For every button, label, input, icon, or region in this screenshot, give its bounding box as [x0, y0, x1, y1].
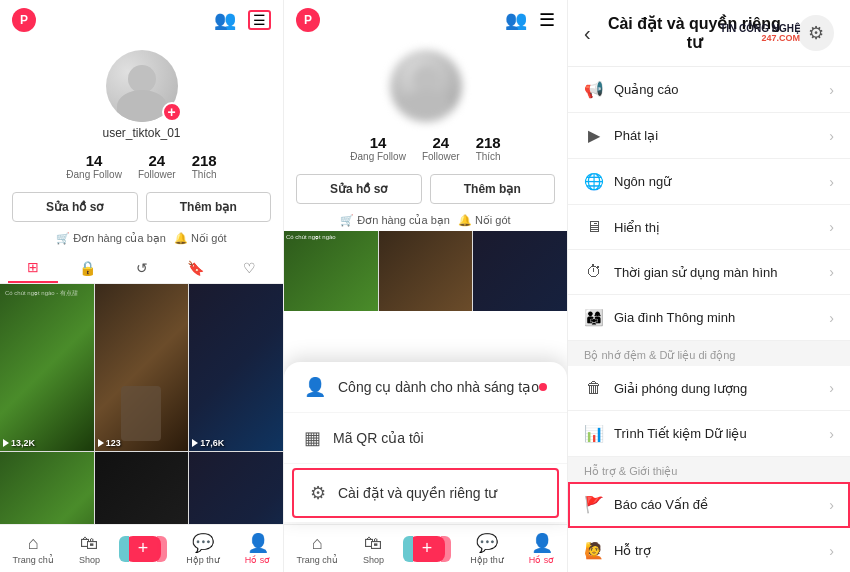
person-add-icon[interactable]: 👥 — [214, 9, 236, 31]
tab-bookmark[interactable]: 🔖 — [171, 253, 221, 283]
brand-logo-circle: ⚙ — [798, 15, 834, 51]
bottom-nav-mid: ⌂ Trang chủ 🛍 Shop + 💬 Hộp thư 👤 Hồ sơ — [284, 524, 567, 572]
nav-profile[interactable]: 👤 Hồ sơ — [245, 532, 271, 565]
mid-profile-header: P 👥 ☰ — [284, 0, 567, 40]
add-button[interactable]: + — [125, 536, 161, 562]
nav-add[interactable]: + — [125, 536, 161, 562]
username-label: user_tiktok_01 — [102, 126, 180, 140]
settings-item-data-saver[interactable]: 📊 Trình Tiết kiệm Dữ liệu › — [568, 411, 850, 457]
mid-nav-inbox: 💬 Hộp thư — [470, 532, 504, 565]
chevron-language: › — [829, 174, 834, 190]
header-icons: 👥 ☰ — [214, 9, 271, 31]
shop-icon: 🛍 — [80, 533, 98, 554]
chevron-display: › — [829, 219, 834, 235]
screen-time-icon: ⏱ — [584, 263, 604, 281]
overlay-menu: 👤 Công cụ dành cho nhà sáng tạo ▦ Mã QR … — [284, 362, 567, 522]
language-icon: 🌐 — [584, 172, 604, 191]
chevron-screen-time: › — [829, 264, 834, 280]
mid-orders-link: 🛒 Đơn hàng của bạn — [340, 214, 450, 227]
menu-item-settings[interactable]: ⚙ Cài đặt và quyền riêng tư — [292, 468, 559, 518]
settings-item-free-storage[interactable]: 🗑 Giải phóng dung lượng › — [568, 366, 850, 411]
back-button[interactable]: ‹ — [584, 22, 591, 45]
nav-shop[interactable]: 🛍 Shop — [79, 533, 100, 565]
settings-item-ads-left: 📢 Quảng cáo — [584, 80, 678, 99]
mid-header-icons: 👥 ☰ — [505, 9, 555, 31]
video-thumb-2[interactable]: 123 — [95, 284, 189, 451]
profile-icon: 👤 — [247, 532, 269, 554]
menu-item-creator-tools[interactable]: 👤 Công cụ dành cho nhà sáng tạo — [284, 362, 567, 413]
settings-item-family[interactable]: 👨‍👩‍👧 Gia đình Thông minh › — [568, 295, 850, 341]
replay-icon: ▶ — [584, 126, 604, 145]
video-count-2: 123 — [98, 438, 121, 448]
settings-item-support[interactable]: 🙋 Hỗ trợ › — [568, 528, 850, 572]
mid-app-logo: P — [296, 8, 320, 32]
action-row: Sửa hồ sơ Thêm bạn — [0, 186, 283, 228]
video-thumb-3[interactable]: 17,6K — [189, 284, 283, 451]
orders-link[interactable]: 🛒 Đơn hàng của bạn — [56, 232, 166, 245]
chevron-storage: › — [829, 380, 834, 396]
mid-person-add-icon: 👥 — [505, 9, 527, 31]
nav-inbox[interactable]: 💬 Hộp thư — [186, 532, 220, 565]
stat-follower: 24 Follower — [138, 152, 176, 180]
settings-item-display[interactable]: 🖥 Hiển thị › — [568, 205, 850, 250]
panel-left: P 👥 ☰ + user_tiktok_01 14 Đang Follow 24… — [0, 0, 284, 572]
video-count-1: 13,2K — [3, 438, 35, 448]
menu-item-qr[interactable]: ▦ Mã QR của tôi — [284, 413, 567, 464]
settings-item-screen-time[interactable]: ⏱ Thời gian sử dụng màn hình › — [568, 250, 850, 295]
stat-likes: 218 Thích — [192, 152, 217, 180]
settings-item-report[interactable]: 🚩 Báo cáo Vấn đề › — [568, 482, 850, 528]
nav-home[interactable]: ⌂ Trang chủ — [13, 533, 54, 565]
likes-count: 218 — [192, 152, 217, 169]
link-row: 🛒 Đơn hàng của bạn 🔔 Nối gót — [0, 228, 283, 249]
storage-icon: 🗑 — [584, 379, 604, 397]
video-thumb-1[interactable]: Có chút ngọt ngào - 有点甜 13,2K — [0, 284, 94, 451]
section-divider-support: Hỗ trợ & Giới thiệu — [568, 457, 850, 482]
inbox-icon: 💬 — [192, 532, 214, 554]
home-icon: ⌂ — [28, 533, 39, 554]
avatar-plus-button[interactable]: + — [162, 102, 182, 122]
mid-stat-likes: 218 Thích — [476, 134, 501, 162]
stats-row: 14 Đang Follow 24 Follower 218 Thích — [0, 146, 283, 186]
settings-icon: ⚙ — [310, 482, 326, 504]
mid-bg: P 👥 ☰ 14 Đang Follow 24 Follower 218 Thí… — [284, 0, 567, 311]
report-icon: 🚩 — [584, 495, 604, 514]
mid-nav-add: + — [409, 536, 445, 562]
chevron-replay: › — [829, 128, 834, 144]
mid-nav-shop: 🛍 Shop — [363, 533, 384, 565]
chevron-report: › — [829, 497, 834, 513]
section-divider-storage: Bộ nhớ đệm & Dữ liệu di động — [568, 341, 850, 366]
data-saver-icon: 📊 — [584, 424, 604, 443]
notification-dot — [539, 383, 547, 391]
mid-heels-link: 🔔 Nối gót — [458, 214, 511, 227]
bottom-nav-left: ⌂ Trang chủ 🛍 Shop + 💬 Hộp thư 👤 Hồ sơ — [0, 524, 283, 572]
settings-item-language[interactable]: 🌐 Ngôn ngữ › — [568, 159, 850, 205]
mid-heels-icon: 🔔 — [458, 214, 472, 227]
tab-heart-outline[interactable]: ♡ — [225, 253, 275, 283]
mid-link-row: 🛒 Đơn hàng của bạn 🔔 Nối gót — [284, 210, 567, 231]
chevron-support: › — [829, 543, 834, 559]
support-icon: 🙋 — [584, 541, 604, 560]
app-logo: P — [12, 8, 36, 32]
qr-icon: ▦ — [304, 427, 321, 449]
edit-profile-button[interactable]: Sửa hồ sơ — [12, 192, 138, 222]
chevron-ads: › — [829, 82, 834, 98]
ads-icon: 📢 — [584, 80, 604, 99]
mid-stat-follower: 24 Follower — [422, 134, 460, 162]
settings-item-replay[interactable]: ▶ Phát lại › — [568, 113, 850, 159]
menu-button[interactable]: ☰ — [248, 10, 271, 30]
heels-link[interactable]: 🔔 Nối gót — [174, 232, 227, 245]
tab-grid[interactable]: ⊞ — [8, 253, 58, 283]
family-icon: 👨‍👩‍👧 — [584, 308, 604, 327]
brand-url: 247.COM — [720, 34, 800, 44]
heels-icon: 🔔 — [174, 232, 188, 245]
tabs-row: ⊞ 🔒 ↺ 🔖 ♡ — [0, 249, 283, 284]
creator-icon: 👤 — [304, 376, 326, 398]
mid-home-icon: ⌂ — [312, 533, 323, 554]
tab-repost[interactable]: ↺ — [116, 253, 166, 283]
likes-label: Thích — [192, 169, 217, 180]
tab-lock[interactable]: 🔒 — [62, 253, 112, 283]
add-friend-button[interactable]: Thêm bạn — [146, 192, 272, 222]
mid-add-button: Thêm bạn — [430, 174, 556, 204]
stat-following: 14 Đang Follow — [66, 152, 122, 180]
settings-item-ads[interactable]: 📢 Quảng cáo › — [568, 67, 850, 113]
